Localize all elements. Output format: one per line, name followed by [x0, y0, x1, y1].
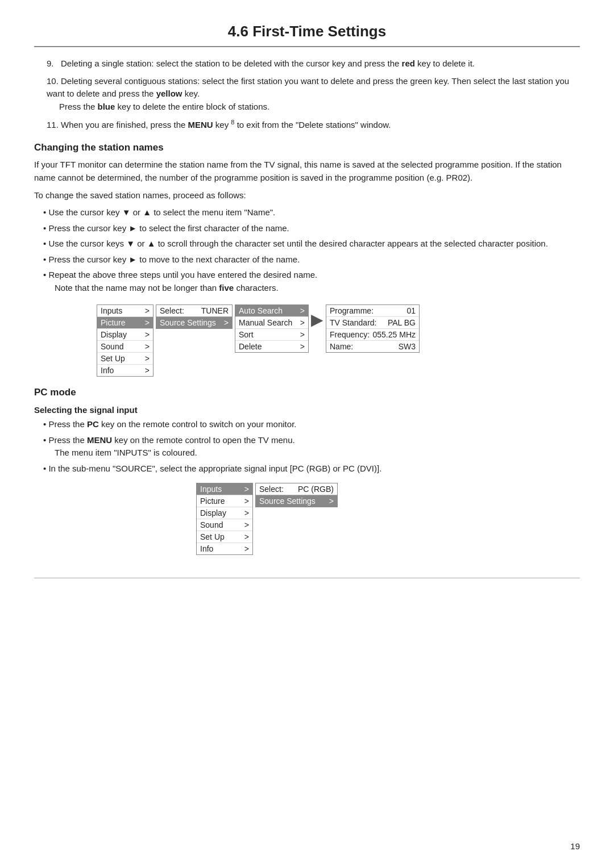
page-number: 19 [570, 841, 580, 851]
numbered-item-10: 10. Deleting several contiguous stations… [44, 75, 580, 114]
col4-tvstandard-value: PAL BG [388, 318, 416, 327]
menu-col1-picture: Picture > [97, 317, 153, 329]
item-11-number: 11. [47, 120, 61, 130]
menu-col4-frequency: Frequency: 055.25 MHz [326, 329, 419, 341]
menu-col4: Programme: 01 TV Standard: PAL BG Freque… [326, 304, 420, 353]
col4-frequency-label: Frequency: [330, 330, 370, 339]
col4-frequency-value: 055.25 MHz [373, 330, 416, 339]
pc-mode-subheading: Selecting the signal input [34, 405, 580, 415]
menu2-col1-display: Display > [197, 507, 252, 519]
menu2-col1-setup-label: Set Up [200, 532, 225, 541]
menu-col3-manualsearch: Manual Search > [235, 317, 308, 329]
col3-manualsearch-arrow: > [300, 318, 305, 327]
pc-mode-heading: PC mode [34, 387, 580, 398]
menu-col2: Select: TUNER Source Settings > [156, 304, 233, 329]
menu2-col1-info-label: Info [200, 544, 213, 553]
menu-col4-programme: Programme: 01 [326, 305, 419, 317]
menu-col4-tvstandard: TV Standard: PAL BG [326, 317, 419, 329]
col3-sort-label: Sort [239, 330, 254, 339]
section-changing-heading: Changing the station names [34, 142, 580, 153]
col2-source-arrow: > [224, 318, 229, 327]
item-10-text: Deleting several contiguous stations: se… [47, 76, 569, 99]
col1-inputs-arrow: > [145, 306, 150, 315]
col1-display-label: Display [101, 330, 127, 339]
item-9-number: 9. [47, 59, 59, 68]
col4-programme-label: Programme: [330, 306, 374, 315]
col4-programme-value: 01 [406, 306, 416, 315]
bullet-4: Press the cursor key ► to move to the ne… [40, 253, 580, 266]
menu2-col2-source-arrow: > [329, 496, 334, 506]
item-9-text: Deleting a single station: select the st… [61, 59, 475, 68]
col2-header-label: Select: [160, 306, 184, 315]
bullet-2: Press the cursor key ► to select the fir… [40, 222, 580, 235]
pc-bullet-2: Press the MENU key on the remote control… [40, 434, 580, 460]
bullet-1: Use the cursor key ▼ or ▲ to select the … [40, 206, 580, 219]
menu2-col2-source: Source Settings > [256, 495, 337, 507]
menu2-col1-inputs-arrow: > [244, 485, 249, 494]
pc-bullet-3: In the sub-menu "SOURCE", select the app… [40, 462, 580, 475]
numbered-item-9: 9. Deleting a single station: select the… [44, 57, 580, 70]
menu2-col2-source-label: Source Settings [259, 496, 316, 506]
pc-mode-bullets: Press the PC key on the remote control t… [40, 418, 580, 475]
menu2-col1-picture: Picture > [197, 495, 252, 507]
col1-inputs-label: Inputs [101, 306, 122, 315]
col2-source-label: Source Settings [160, 318, 216, 327]
menu2-col1-info: Info > [197, 543, 252, 554]
changing-para2: To change the saved station names, proce… [34, 189, 580, 202]
col3-autosearch-label: Auto Search [239, 306, 283, 315]
col3-sort-arrow: > [300, 330, 305, 339]
menu2-col1-sound: Sound > [197, 519, 252, 531]
col1-setup-label: Set Up [101, 354, 125, 363]
menu-col1-inputs: Inputs > [97, 305, 153, 317]
col3-manualsearch-label: Manual Search [239, 318, 292, 327]
menu2-col1: Inputs > Picture > Display > Sound > Set… [196, 483, 253, 555]
menu2-col1-inputs: Inputs > [197, 483, 252, 495]
menu-col1-setup: Set Up > [97, 353, 153, 365]
col4-tvstandard-label: TV Standard: [330, 318, 377, 327]
pc-bullet-2-indent: The menu item "INPUTS" is coloured. [55, 446, 580, 460]
col3-delete-label: Delete [239, 342, 262, 351]
col4-name-value: SW3 [399, 342, 416, 351]
menu2-col1-setup: Set Up > [197, 531, 252, 543]
menu-col3-delete: Delete > [235, 341, 308, 352]
menu-diagram-1: Inputs > Picture > Display > Sound > Set… [97, 304, 517, 377]
menu-col4-name: Name: SW3 [326, 341, 419, 352]
superscript-8: 8 [231, 119, 234, 126]
menu-col1-sound: Sound > [97, 341, 153, 353]
bullet-3: Use the cursor keys ▼ or ▲ to scroll thr… [40, 237, 580, 251]
menu2-col1-picture-arrow: > [244, 496, 249, 506]
menu-diagram-2: Inputs > Picture > Display > Sound > Set… [196, 483, 418, 555]
col1-picture-label: Picture [101, 318, 126, 327]
col1-display-arrow: > [145, 330, 150, 339]
changing-bullets: Use the cursor key ▼ or ▲ to select the … [40, 206, 580, 294]
numbered-item-11: 11. When you are finished, press the MEN… [44, 118, 580, 132]
menu-col2-source: Source Settings > [156, 317, 232, 328]
col3-autosearch-arrow: > [300, 306, 305, 315]
menu-col3-autosearch: Auto Search > [235, 305, 308, 317]
menu2-col1-sound-label: Sound [200, 520, 223, 529]
menu-col2-header: Select: TUNER [156, 305, 232, 317]
changing-para1: If your TFT monitor can determine the st… [34, 158, 580, 185]
menu-col3-sort: Sort > [235, 329, 308, 341]
menu-col1: Inputs > Picture > Display > Sound > Set… [97, 304, 154, 377]
intro-numbered-list: 9. Deleting a single station: select the… [44, 57, 580, 132]
col1-info-arrow: > [145, 366, 150, 375]
menu2-col2-header-value: PC (RGB) [298, 485, 334, 494]
menu2-col1-inputs-label: Inputs [200, 485, 222, 494]
item-10-number: 10. [47, 76, 61, 86]
menu-col1-info: Info > [97, 365, 153, 376]
pc-bullet-1: Press the PC key on the remote control t… [40, 418, 580, 431]
bullet-5: Repeat the above three steps until you h… [40, 269, 580, 294]
col1-info-label: Info [101, 366, 114, 375]
menu2-col1-picture-label: Picture [200, 496, 225, 506]
menu2-col1-info-arrow: > [244, 544, 249, 553]
menu-col3: Auto Search > Manual Search > Sort > Del… [235, 304, 309, 353]
menu2-col1-setup-arrow: > [244, 532, 249, 541]
menu2-col1-sound-arrow: > [244, 520, 249, 529]
menu2-col2-header-label: Select: [259, 485, 284, 494]
item-11-text: When you are finished, press the MENU ke… [61, 120, 391, 130]
menu2-col1-display-label: Display [200, 508, 226, 518]
page-title: 4.6 First-Time Settings [34, 23, 580, 47]
menu2-col2: Select: PC (RGB) Source Settings > [255, 483, 338, 507]
menu2-col1-display-arrow: > [244, 508, 249, 518]
